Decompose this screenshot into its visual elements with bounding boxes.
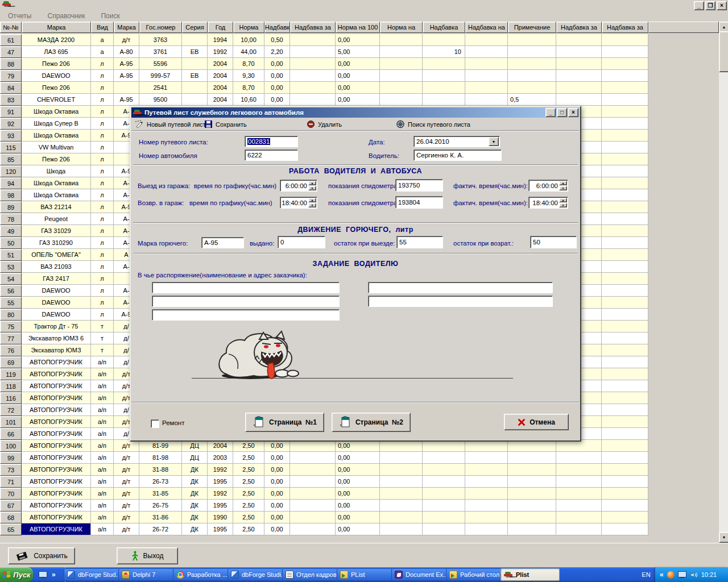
table-cell[interactable]: АВТОПОГРУЗЧИК (22, 368, 91, 380)
row-header-cell[interactable]: 68 (0, 512, 22, 523)
table-cell[interactable]: ДК (182, 500, 208, 512)
close-button[interactable]: × (717, 1, 727, 10)
menu-item[interactable]: Поиск (101, 12, 119, 20)
table-cell[interactable]: а/п (91, 356, 114, 368)
table-cell[interactable]: д/т (114, 523, 139, 535)
table-cell[interactable]: ЕВ (182, 46, 208, 58)
table-cell[interactable]: 0,00 (264, 476, 290, 488)
table-cell[interactable] (465, 512, 508, 523)
table-cell[interactable]: а/п (91, 452, 114, 464)
table-cell[interactable] (556, 82, 602, 94)
table-cell[interactable] (508, 452, 556, 464)
table-cell[interactable] (602, 130, 648, 142)
table-cell[interactable]: 0,50 (264, 34, 290, 46)
row-header-cell[interactable]: 101 (0, 416, 22, 428)
table-cell[interactable]: 0,00 (336, 94, 380, 106)
table-cell[interactable]: 2,50 (233, 523, 264, 535)
table-cell[interactable] (602, 34, 648, 46)
table-cell[interactable] (508, 70, 556, 82)
table-cell[interactable]: МАЗДА 2200 (22, 34, 91, 46)
spin-up-icon[interactable]: ▲ (559, 198, 567, 202)
column-header[interactable]: Гос.номер (139, 22, 182, 33)
save-button[interactable]: Сохранить (8, 547, 75, 564)
table-cell[interactable]: л (91, 130, 114, 142)
row-header-cell[interactable]: 119 (0, 368, 22, 380)
column-header[interactable]: №-№ (0, 22, 22, 33)
depart-odometer-input[interactable]: 193750 (395, 179, 443, 192)
spin-up-icon[interactable]: ▲ (308, 198, 316, 202)
table-cell[interactable] (290, 500, 336, 512)
table-cell[interactable]: 1995 (208, 500, 233, 512)
table-cell[interactable]: 0,00 (336, 440, 380, 452)
table-cell[interactable]: л (91, 249, 114, 261)
table-cell[interactable] (380, 94, 423, 106)
table-cell[interactable] (602, 165, 648, 177)
table-cell[interactable]: а/п (91, 488, 114, 500)
row-header-cell[interactable]: 56 (0, 285, 22, 297)
table-row[interactable]: 70АВТОПОГРУЗЧИКа/пд/т31-85ДК19922,500,00… (0, 488, 655, 500)
column-header[interactable]: Надбавк (264, 22, 290, 33)
table-cell[interactable]: 10,00 (233, 34, 264, 46)
table-cell[interactable] (182, 58, 208, 70)
table-cell[interactable]: ГАЗ 2417 (22, 273, 91, 285)
table-cell[interactable]: 2,50 (233, 512, 264, 523)
table-cell[interactable] (602, 273, 648, 285)
table-cell[interactable]: л (91, 94, 114, 106)
table-cell[interactable]: л (91, 153, 114, 165)
fuel-rest-in-input[interactable]: 50 (530, 236, 577, 248)
table-cell[interactable] (602, 153, 648, 165)
row-header-cell[interactable]: 65 (0, 523, 22, 535)
table-cell[interactable]: л (91, 201, 114, 213)
table-cell[interactable] (602, 237, 648, 249)
table-cell[interactable]: а/п (91, 523, 114, 535)
row-header-cell[interactable]: 67 (0, 500, 22, 512)
table-cell[interactable] (602, 225, 648, 237)
table-cell[interactable] (465, 46, 508, 58)
return-odometer-input[interactable]: 193804 (395, 196, 443, 209)
table-cell[interactable]: Трактор Дт - 75 (22, 321, 91, 332)
column-header[interactable]: Надбавка за (290, 22, 336, 33)
table-cell[interactable]: 26-73 (139, 476, 182, 488)
waybill-number-input[interactable]: 002831 (245, 136, 298, 147)
table-cell[interactable]: л (91, 309, 114, 321)
return-time-spinner[interactable]: 18:40:00 ▲▼ (280, 197, 317, 209)
table-cell[interactable]: 0,00 (264, 488, 290, 500)
table-cell[interactable]: 0,00 (336, 523, 380, 535)
table-cell[interactable]: 8,70 (233, 58, 264, 70)
table-cell[interactable]: 0,00 (336, 82, 380, 94)
table-cell[interactable]: VW Multivan (22, 142, 91, 153)
table-cell[interactable]: 2004 (208, 70, 233, 82)
vertical-scrollbar[interactable]: ▲ ▼ (719, 22, 728, 543)
row-header-cell[interactable]: 50 (0, 237, 22, 249)
taskbar-task-dbforge-studi-[interactable]: dbForge Studi... (228, 568, 287, 581)
table-cell[interactable]: 0,00 (264, 58, 290, 70)
date-combobox[interactable]: 26.04.2010 ▼ (413, 136, 500, 147)
table-cell[interactable] (465, 440, 508, 452)
page1-button[interactable]: Страница №1 (245, 413, 324, 432)
table-cell[interactable]: 8,70 (233, 82, 264, 94)
row-header-cell[interactable]: 83 (0, 94, 22, 106)
row-header-cell[interactable]: 94 (0, 177, 22, 189)
taskbar-task-разработка-[interactable]: Разработка ... (173, 568, 232, 581)
table-cell[interactable]: АВТОПОГРУЗЧИК (22, 452, 91, 464)
table-cell[interactable] (423, 512, 465, 523)
table-cell[interactable]: а/п (91, 404, 114, 416)
table-cell[interactable]: л (91, 189, 114, 201)
table-cell[interactable]: 999-57 (139, 70, 182, 82)
table-cell[interactable]: А-80 (114, 46, 139, 58)
table-cell[interactable]: 0,00 (264, 523, 290, 535)
table-cell[interactable] (465, 82, 508, 94)
row-header-cell[interactable]: 69 (0, 356, 22, 368)
row-header-cell[interactable]: 89 (0, 201, 22, 213)
table-cell[interactable] (290, 58, 336, 70)
minimize-button[interactable]: _ (694, 1, 704, 10)
table-cell[interactable]: д/т (114, 488, 139, 500)
table-cell[interactable]: 2004 (208, 58, 233, 70)
table-cell[interactable]: 0,00 (264, 500, 290, 512)
table-cell[interactable]: а/п (91, 428, 114, 440)
table-cell[interactable]: д/т (114, 440, 139, 452)
table-cell[interactable]: ДЦ (182, 440, 208, 452)
table-cell[interactable] (380, 82, 423, 94)
table-cell[interactable] (602, 297, 648, 309)
table-cell[interactable]: ЕВ (182, 70, 208, 82)
